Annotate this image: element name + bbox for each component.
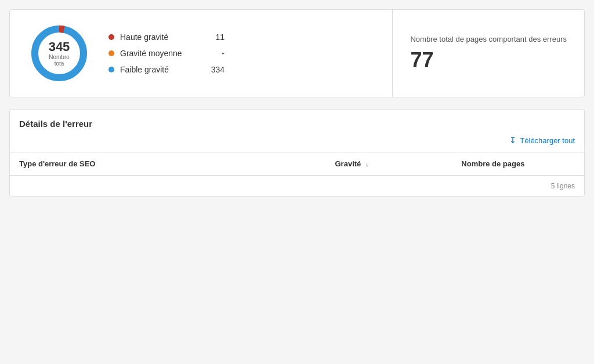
total-errors-value: 77 (410, 48, 567, 72)
donut-label: Nombre tota (44, 54, 75, 67)
legend-item: Faible gravité 334 (108, 65, 224, 74)
col-header-severity[interactable]: Gravité ↓ (326, 152, 452, 176)
donut-center: 345 Nombre tota (44, 40, 75, 67)
row-count: 5 lignes (551, 182, 575, 190)
legend-count: 11 (207, 32, 224, 42)
total-errors-label: Nombre total de pages comportant des err… (410, 35, 567, 43)
legend-count: 334 (207, 65, 224, 74)
col-header-pages: Nombre de pages (452, 152, 584, 176)
download-label: Télécharger tout (520, 136, 575, 145)
legend-count: - (207, 49, 224, 58)
legend-dot (108, 34, 114, 40)
download-icon: ↧ (509, 136, 516, 145)
details-section: Détails de l'erreur ↧ Télécharger tout T… (9, 109, 585, 196)
details-title: Détails de l'erreur (19, 119, 575, 129)
donut-chart: 345 Nombre tota (27, 21, 91, 85)
details-header: Détails de l'erreur ↧ Télécharger tout (10, 110, 584, 152)
legend-dot (108, 50, 114, 56)
tabs-row: ↧ Télécharger tout (19, 136, 575, 145)
legend: Haute gravité 11 Gravité moyenne - Faibl… (108, 32, 224, 74)
total-errors-panel: Nombre total de pages comportant des err… (393, 10, 584, 97)
table-footer: 5 lignes (10, 176, 584, 196)
legend-text: Faible gravité (120, 65, 201, 74)
legend-item: Haute gravité 11 (108, 32, 224, 42)
col-header-type: Type d'erreur de SEO (10, 152, 326, 176)
table-header: Type d'erreur de SEO Gravité ↓ Nombre de… (10, 152, 584, 176)
legend-text: Gravité moyenne (120, 49, 201, 58)
header-row: Type d'erreur de SEO Gravité ↓ Nombre de… (10, 152, 584, 176)
legend-dot (108, 67, 114, 72)
legend-text: Haute gravité (120, 32, 201, 42)
donut-number: 345 (44, 40, 75, 54)
legend-item: Gravité moyenne - (108, 49, 224, 58)
download-button[interactable]: ↧ Télécharger tout (509, 136, 575, 145)
top-section: 345 Nombre tota Haute gravité 11 Gravité… (9, 9, 585, 97)
seo-errors-table: Type d'erreur de SEO Gravité ↓ Nombre de… (10, 152, 584, 176)
chart-panel: 345 Nombre tota Haute gravité 11 Gravité… (10, 10, 393, 97)
sort-icon: ↓ (365, 161, 369, 168)
